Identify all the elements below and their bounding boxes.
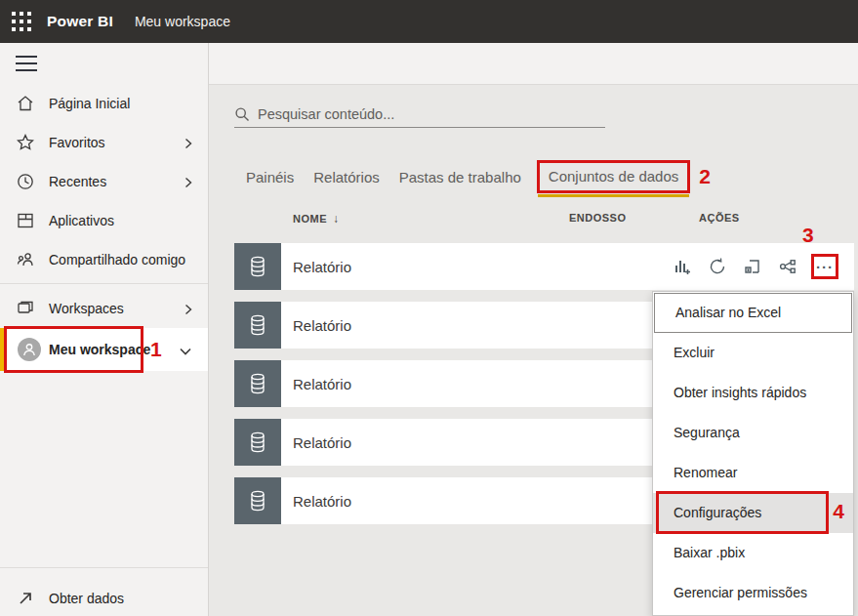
column-header-endorsement[interactable]: ENDOSSO bbox=[569, 212, 627, 224]
sidebar-item-label: Aplicativos bbox=[49, 213, 114, 228]
dataset-icon bbox=[234, 302, 281, 349]
sidebar-item-label: Obter dados bbox=[49, 591, 124, 606]
waffle-menu-icon[interactable] bbox=[0, 0, 43, 43]
chevron-right-icon[interactable] bbox=[183, 137, 194, 148]
app-title: Power BI bbox=[47, 13, 113, 30]
more-options-icon[interactable]: ··· bbox=[816, 260, 834, 274]
menu-item-settings-label: Configurações bbox=[674, 505, 761, 520]
column-header-actions: AÇÕES bbox=[699, 212, 740, 224]
dataset-name[interactable]: Relatório bbox=[293, 317, 351, 334]
topbar-workspace-name[interactable]: Meu workspace bbox=[135, 14, 230, 29]
dataset-icon bbox=[234, 477, 281, 524]
tab-workbooks[interactable]: Pastas de trabalho bbox=[399, 169, 521, 185]
analyze-in-excel-icon[interactable] bbox=[741, 255, 764, 278]
annotation-number-3: 3 bbox=[802, 224, 814, 247]
annotation-number-1: 1 bbox=[150, 338, 162, 361]
sidebar-section-divider bbox=[0, 567, 208, 568]
share-icon[interactable] bbox=[776, 255, 799, 278]
row-actions: ··· bbox=[671, 243, 838, 290]
clock-icon bbox=[16, 172, 35, 191]
navigation-sidebar: Página Inicial Favoritos Recentes Aplica… bbox=[0, 84, 208, 616]
search-bar bbox=[234, 101, 605, 128]
annotation-number-2: 2 bbox=[699, 165, 711, 188]
menu-item-security[interactable]: Segurança bbox=[653, 413, 853, 453]
sidebar-item-label: Página Inicial bbox=[49, 96, 130, 111]
sidebar-item-favorites[interactable]: Favoritos bbox=[0, 123, 208, 162]
get-data-arrow-icon bbox=[16, 589, 35, 608]
menu-item-quick-insights[interactable]: Obter insights rápidos bbox=[653, 373, 853, 413]
workspaces-icon bbox=[16, 299, 35, 318]
hamburger-menu-icon[interactable] bbox=[16, 56, 37, 71]
sort-descending-icon[interactable]: ↓ bbox=[333, 212, 339, 226]
menu-item-analyze-in-excel[interactable]: Analisar no Excel bbox=[654, 293, 852, 333]
home-icon bbox=[16, 94, 35, 113]
content-tabs: Painéis Relatórios Pastas de trabalho Co… bbox=[246, 155, 711, 198]
chevron-right-icon[interactable] bbox=[183, 176, 194, 187]
people-icon bbox=[16, 250, 35, 269]
dataset-name[interactable]: Relatório bbox=[293, 493, 351, 510]
avatar bbox=[18, 338, 41, 361]
sub-header-band bbox=[0, 43, 858, 84]
annotation-number-4: 4 bbox=[833, 501, 844, 521]
star-icon bbox=[16, 133, 35, 152]
menu-item-download-pbix[interactable]: Baixar .pbix bbox=[653, 533, 853, 573]
dataset-context-menu: Analisar no Excel Excluir Obter insights… bbox=[652, 291, 854, 616]
dataset-name[interactable]: Relatório bbox=[293, 376, 351, 392]
tab-reports[interactable]: Relatórios bbox=[313, 169, 380, 185]
tab-datasets[interactable]: Conjuntos de dados bbox=[537, 160, 690, 193]
my-workspace-label: Meu workspace bbox=[49, 328, 150, 371]
apps-icon bbox=[16, 211, 35, 230]
tab-dashboards[interactable]: Painéis bbox=[246, 169, 294, 185]
active-tab-underline bbox=[538, 194, 689, 197]
dataset-icon bbox=[234, 360, 281, 407]
sidebar-item-label: Favoritos bbox=[49, 135, 105, 150]
sidebar-item-get-data[interactable]: Obter dados bbox=[0, 579, 208, 616]
refresh-now-icon[interactable] bbox=[706, 255, 729, 278]
chevron-right-icon[interactable] bbox=[183, 303, 194, 314]
menu-item-delete[interactable]: Excluir bbox=[653, 333, 853, 373]
create-report-icon[interactable] bbox=[671, 255, 694, 278]
menu-item-settings[interactable]: Configurações 4 bbox=[653, 493, 853, 533]
top-app-bar: Power BI Meu workspace bbox=[0, 0, 858, 43]
table-header-row: NOME↓ ENDOSSO AÇÕES bbox=[209, 212, 858, 229]
sidebar-item-recent[interactable]: Recentes bbox=[0, 162, 208, 201]
sidebar-item-home[interactable]: Página Inicial bbox=[0, 84, 208, 123]
sidebar-item-apps[interactable]: Aplicativos bbox=[0, 201, 208, 240]
column-header-name[interactable]: NOME↓ bbox=[293, 212, 339, 226]
search-input[interactable] bbox=[258, 106, 580, 122]
main-content: Painéis Relatórios Pastas de trabalho Co… bbox=[209, 84, 858, 616]
menu-item-rename[interactable]: Renomear bbox=[653, 453, 853, 493]
dataset-icon bbox=[234, 419, 281, 466]
sidebar-item-label: Workspaces bbox=[49, 301, 124, 316]
dataset-name[interactable]: Relatório bbox=[293, 434, 351, 451]
table-row[interactable]: Relatório ··· bbox=[234, 243, 854, 290]
menu-item-manage-permissions[interactable]: Gerenciar permissões bbox=[653, 573, 853, 613]
sidebar-item-shared-with-me[interactable]: Compartilhado comigo bbox=[0, 240, 208, 279]
annotation-box-step3: ··· bbox=[811, 254, 838, 279]
sidebar-section-divider bbox=[0, 283, 208, 284]
sidebar-item-label: Recentes bbox=[49, 174, 106, 189]
search-icon bbox=[234, 106, 250, 122]
sidebar-item-label: Compartilhado comigo bbox=[49, 252, 185, 267]
sidebar-item-workspaces[interactable]: Workspaces bbox=[0, 289, 208, 328]
chevron-down-icon[interactable] bbox=[179, 344, 192, 355]
dataset-name[interactable]: Relatório bbox=[293, 259, 351, 275]
dataset-icon bbox=[234, 243, 281, 290]
selected-indicator-bar bbox=[0, 328, 4, 371]
sidebar-divider bbox=[208, 43, 209, 616]
sidebar-item-my-workspace[interactable]: Meu workspace bbox=[0, 328, 208, 371]
